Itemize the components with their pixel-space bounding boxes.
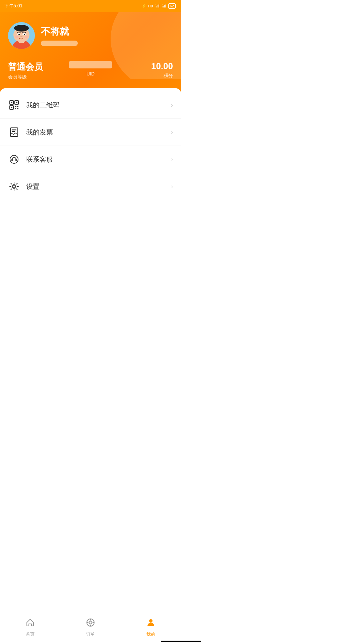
- status-bar: 下午5:01 ⚡ HD 📶 📶 62: [0, 0, 181, 12]
- svg-rect-15: [11, 102, 12, 103]
- svg-rect-20: [15, 106, 16, 107]
- svg-rect-24: [10, 128, 18, 137]
- bg-decoration: [104, 12, 181, 79]
- bluetooth-icon: ⚡: [141, 4, 146, 8]
- qrcode-icon: [8, 99, 20, 111]
- svg-rect-17: [16, 102, 17, 103]
- status-time: 下午5:01: [4, 3, 22, 9]
- main-content: 我的二维码 › 我的发票 › 联系客服 ›: [0, 88, 181, 237]
- svg-rect-26: [12, 131, 15, 132]
- svg-point-6: [14, 25, 29, 32]
- uid-label: UID: [86, 71, 95, 76]
- invoice-icon: [8, 126, 20, 138]
- menu-item-qrcode[interactable]: 我的二维码 ›: [0, 92, 181, 119]
- settings-icon: [8, 180, 20, 193]
- svg-point-13: [24, 36, 28, 38]
- svg-rect-19: [11, 107, 12, 108]
- avatar[interactable]: [8, 22, 35, 49]
- svg-point-12: [15, 36, 18, 38]
- battery-icon: 62: [168, 3, 176, 9]
- signal-icon: 📶: [155, 4, 160, 8]
- menu-item-service[interactable]: 联系客服 ›: [0, 146, 181, 173]
- svg-rect-23: [17, 108, 18, 109]
- hd-label: HD: [148, 4, 153, 8]
- invoice-label: 我的发票: [26, 128, 171, 137]
- svg-rect-28: [11, 159, 13, 161]
- svg-point-30: [13, 185, 15, 188]
- svg-point-27: [10, 155, 18, 163]
- qrcode-label: 我的二维码: [26, 101, 171, 110]
- svg-rect-21: [17, 106, 18, 107]
- service-arrow: ›: [171, 156, 173, 163]
- service-label: 联系客服: [26, 155, 171, 164]
- svg-point-10: [24, 34, 25, 35]
- settings-label: 设置: [26, 182, 171, 191]
- menu-item-invoice[interactable]: 我的发票 ›: [0, 119, 181, 146]
- member-level-label: 会员等级: [8, 74, 27, 80]
- svg-point-9: [18, 34, 20, 35]
- svg-point-11: [20, 36, 22, 37]
- menu-item-settings[interactable]: 设置 ›: [0, 173, 181, 200]
- qrcode-arrow: ›: [171, 102, 173, 109]
- svg-rect-29: [15, 159, 17, 161]
- svg-rect-22: [15, 108, 16, 109]
- settings-arrow: ›: [171, 183, 173, 190]
- svg-rect-25: [12, 129, 16, 130]
- invoice-arrow: ›: [171, 129, 173, 136]
- profile-header: 不将就 普通会员 会员等级 UID 10.00 积分: [0, 12, 181, 94]
- service-icon: [8, 153, 20, 165]
- profile-info: 不将就: [41, 25, 78, 46]
- username: 不将就: [41, 25, 78, 38]
- member-level-value: 普通会员: [8, 61, 43, 73]
- member-level-stat: 普通会员 会员等级: [8, 61, 63, 80]
- wifi-icon: 📶: [162, 4, 167, 8]
- uid-placeholder-bar: [41, 41, 78, 46]
- status-right-icons: ⚡ HD 📶 📶 62: [141, 3, 176, 9]
